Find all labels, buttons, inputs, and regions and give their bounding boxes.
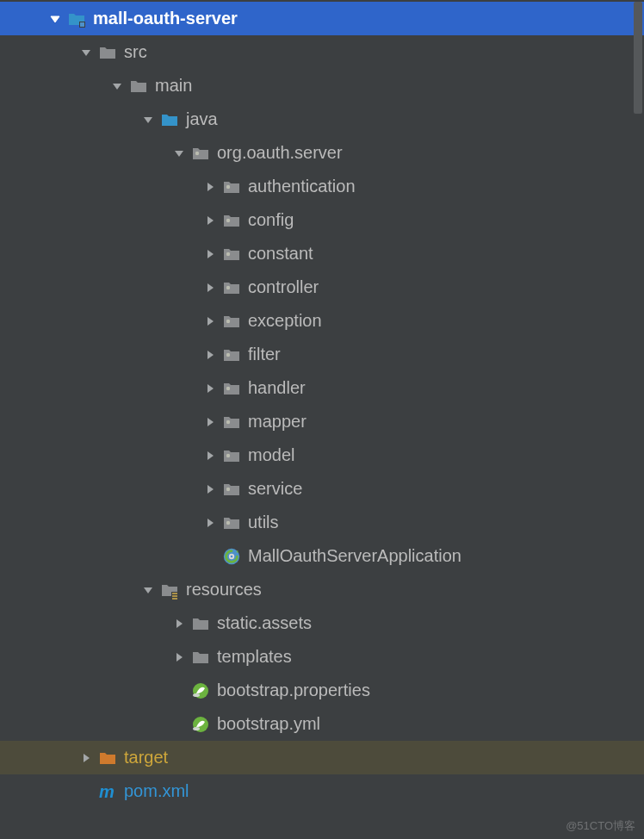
chevron-right-icon[interactable] — [201, 279, 219, 296]
target-icon — [98, 749, 117, 768]
package-icon — [222, 245, 241, 264]
svg-point-4 — [226, 218, 230, 221]
chevron-right-icon[interactable] — [201, 380, 219, 397]
tree-row[interactable]: m pom.xml — [0, 774, 644, 808]
svg-rect-1 — [80, 22, 84, 27]
scrollbar-thumb[interactable] — [634, 2, 642, 114]
folder-icon — [98, 43, 117, 62]
chevron-right-icon[interactable] — [170, 615, 188, 632]
svg-point-7 — [226, 319, 230, 322]
tree-row[interactable]: templates — [0, 640, 644, 674]
tree-row[interactable]: handler — [0, 371, 644, 405]
tree-item-label: filter — [248, 345, 281, 364]
tree-item-label: mapper — [248, 412, 307, 432]
tree-item-label: service — [248, 479, 302, 499]
tree-row[interactable]: MallOauthServerApplication — [0, 539, 644, 573]
tree-row[interactable]: filter — [0, 338, 644, 371]
package-icon — [222, 413, 241, 432]
chevron-right-icon[interactable] — [201, 447, 219, 464]
tree-item-label: handler — [248, 378, 306, 398]
tree-row[interactable]: resources — [0, 573, 644, 606]
spring-cfg-icon — [191, 715, 210, 734]
package-icon — [222, 480, 241, 499]
tree-row[interactable]: service — [0, 472, 644, 506]
resources-icon — [160, 581, 179, 600]
chevron-down-icon[interactable] — [139, 111, 157, 128]
tree-row[interactable]: src — [0, 35, 644, 69]
tree-row[interactable]: mapper — [0, 405, 644, 438]
tree-item-label: org.oauth.server — [217, 143, 343, 163]
chevron-right-icon[interactable] — [201, 245, 219, 263]
tree-row[interactable]: bootstrap.yml — [0, 707, 644, 741]
svg-point-5 — [226, 252, 230, 255]
package-icon — [222, 513, 241, 532]
tree-row[interactable]: authentication — [0, 170, 644, 203]
spring-app-icon — [222, 547, 241, 566]
svg-point-16 — [231, 555, 233, 557]
tree-item-label: controller — [248, 277, 319, 297]
svg-point-11 — [226, 453, 230, 457]
chevron-down-icon[interactable] — [108, 78, 126, 95]
chevron-right-icon[interactable] — [201, 178, 219, 196]
tree-row[interactable]: java — [0, 103, 644, 136]
folder-icon — [191, 614, 210, 633]
chevron-right-icon[interactable] — [201, 212, 219, 229]
chevron-right-icon[interactable] — [170, 649, 188, 666]
tree-row[interactable]: exception — [0, 304, 644, 338]
tree-item-label: static.assets — [217, 613, 312, 633]
package-icon — [222, 177, 241, 196]
tree-item-label: authentication — [248, 177, 356, 196]
tree-row[interactable]: main — [0, 69, 644, 103]
svg-point-10 — [226, 420, 230, 423]
project-tree[interactable]: mall-oauth-server src main java org.oaut… — [0, 0, 644, 808]
tree-item-label: MallOauthServerApplication — [248, 546, 461, 566]
tree-item-label: java — [186, 109, 218, 129]
chevron-right-icon[interactable] — [201, 313, 219, 330]
tree-item-label: resources — [186, 580, 262, 600]
chevron-right-icon[interactable] — [77, 749, 95, 767]
tree-item-label: config — [248, 210, 294, 230]
svg-point-12 — [226, 487, 230, 490]
package-icon — [222, 278, 241, 297]
svg-text:m: m — [99, 782, 115, 801]
tree-item-label: mall-oauth-server — [93, 9, 238, 28]
tree-row[interactable]: bootstrap.properties — [0, 674, 644, 707]
package-icon — [222, 312, 241, 331]
tree-row[interactable]: constant — [0, 237, 644, 270]
svg-point-3 — [226, 184, 230, 188]
tree-row[interactable]: controller — [0, 270, 644, 304]
package-icon — [222, 345, 241, 364]
tree-item-label: target — [124, 748, 168, 768]
tree-row[interactable]: mall-oauth-server — [0, 2, 644, 35]
maven-icon: m — [98, 782, 117, 801]
tree-row[interactable]: config — [0, 203, 644, 237]
tree-item-label: model — [248, 445, 294, 465]
svg-point-22 — [193, 693, 200, 697]
chevron-down-icon[interactable] — [139, 581, 157, 599]
tree-row[interactable]: static.assets — [0, 606, 644, 640]
tree-row[interactable]: org.oauth.server — [0, 136, 644, 170]
chevron-right-icon[interactable] — [201, 413, 219, 431]
watermark: @51CTO博客 — [566, 818, 635, 834]
tree-row[interactable]: target — [0, 741, 644, 774]
tree-row[interactable]: model — [0, 438, 644, 472]
chevron-right-icon[interactable] — [201, 481, 219, 498]
scrollbar-track[interactable] — [632, 0, 644, 839]
chevron-right-icon[interactable] — [201, 514, 219, 531]
tree-item-label: exception — [248, 311, 322, 331]
src-folder-icon — [160, 110, 179, 129]
package-icon — [222, 379, 241, 398]
folder-icon — [191, 648, 210, 667]
tree-item-label: constant — [248, 244, 313, 264]
chevron-down-icon[interactable] — [77, 44, 95, 61]
tree-item-label: bootstrap.yml — [217, 714, 320, 734]
tree-item-label: pom.xml — [124, 781, 189, 801]
tree-item-label: bootstrap.properties — [217, 681, 370, 700]
tree-row[interactable]: utils — [0, 506, 644, 539]
package-icon — [222, 446, 241, 465]
chevron-right-icon[interactable] — [201, 346, 219, 364]
chevron-down-icon[interactable] — [170, 145, 188, 162]
chevron-down-icon[interactable] — [46, 10, 64, 28]
svg-point-24 — [193, 727, 200, 730]
svg-point-13 — [226, 520, 230, 524]
